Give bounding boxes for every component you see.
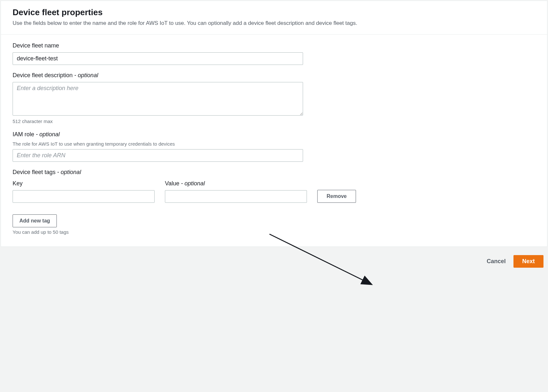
- label-device-fleet-name: Device fleet name: [13, 42, 303, 49]
- next-button[interactable]: Next: [513, 255, 543, 268]
- field-device-fleet-name: Device fleet name: [13, 42, 303, 65]
- page-subtitle: Use the fields below to enter the name a…: [13, 19, 535, 27]
- input-iam-role[interactable]: [13, 149, 303, 162]
- textarea-device-fleet-description[interactable]: [13, 82, 303, 116]
- optional-suffix: - optional: [179, 180, 205, 187]
- tag-remove-column: Remove: [317, 190, 356, 203]
- label-tag-value: Value - optional: [165, 180, 307, 187]
- label-text: Device fleet tags: [13, 169, 56, 175]
- field-device-fleet-description: Device fleet description - optional 512 …: [13, 72, 303, 124]
- label-device-fleet-tags: Device fleet tags - optional: [13, 169, 303, 176]
- input-tag-value[interactable]: [165, 190, 307, 203]
- cancel-button[interactable]: Cancel: [483, 256, 509, 267]
- label-text: Device fleet description: [13, 72, 73, 78]
- optional-suffix: - optional: [56, 169, 81, 175]
- device-fleet-properties-panel: Device fleet properties Use the fields b…: [1, 1, 547, 247]
- optional-suffix: - optional: [73, 72, 98, 78]
- footer-actions: Cancel Next: [0, 247, 548, 275]
- optional-suffix: - optional: [34, 131, 60, 138]
- label-iam-role: IAM role - optional: [13, 131, 303, 138]
- label-text: Value: [165, 180, 179, 187]
- label-device-fleet-description: Device fleet description - optional: [13, 72, 303, 79]
- add-new-tag-button[interactable]: Add new tag: [13, 214, 57, 227]
- panel-body: Device fleet name Device fleet descripti…: [1, 35, 547, 246]
- panel-header: Device fleet properties Use the fields b…: [1, 1, 547, 35]
- help-iam-role: The role for AWS IoT to use when grantin…: [13, 141, 303, 147]
- tag-key-column: Key: [13, 180, 155, 203]
- field-device-fleet-tags: Device fleet tags - optional: [13, 169, 303, 176]
- page-title: Device fleet properties: [13, 7, 535, 17]
- field-iam-role: IAM role - optional The role for AWS IoT…: [13, 131, 303, 162]
- tags-row: Key Value - optional Remove: [13, 180, 374, 203]
- label-tag-key: Key: [13, 180, 155, 187]
- input-tag-key[interactable]: [13, 190, 155, 203]
- tag-value-column: Value - optional: [165, 180, 307, 203]
- hint-tag-limit: You can add up to 50 tags: [13, 229, 535, 235]
- add-tag-section: Add new tag You can add up to 50 tags: [13, 214, 535, 235]
- hint-description-limit: 512 character max: [13, 119, 303, 124]
- remove-tag-button[interactable]: Remove: [317, 190, 356, 203]
- input-device-fleet-name[interactable]: [13, 52, 303, 65]
- label-text: IAM role: [13, 131, 34, 138]
